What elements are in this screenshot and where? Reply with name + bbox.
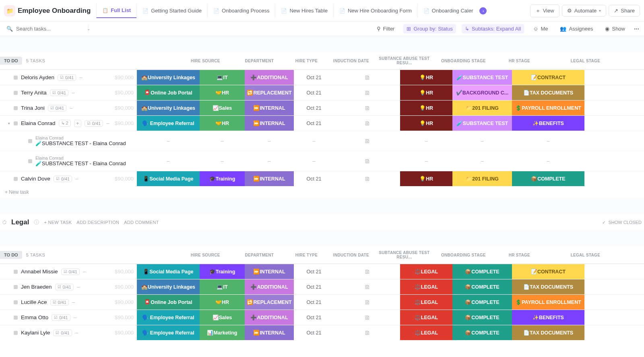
department-tag[interactable]: 📈Sales bbox=[200, 101, 245, 115]
subtasks-button[interactable]: ↳Subtasks: Expand All bbox=[462, 24, 524, 33]
assignee-placeholder[interactable]: – bbox=[106, 120, 109, 126]
document-icon[interactable]: 🗎 bbox=[364, 74, 370, 81]
onboarding-stage-tag[interactable]: ⚖️LEGAL bbox=[400, 310, 452, 325]
col-hire-source[interactable]: HIRE SOURCE bbox=[174, 56, 237, 66]
department-tag[interactable]: 💻IT bbox=[200, 70, 245, 85]
assignee-placeholder[interactable]: – bbox=[70, 105, 72, 111]
info-icon[interactable]: ⓘ bbox=[34, 219, 39, 226]
status-square-icon[interactable] bbox=[14, 331, 18, 335]
induction-date[interactable]: Oct 21 bbox=[307, 315, 322, 320]
hire-type-tag[interactable]: ➕ADDITIONAL bbox=[245, 310, 294, 325]
task-name[interactable]: Trina Joni bbox=[21, 105, 45, 111]
status-square-icon[interactable] bbox=[14, 91, 18, 95]
task-name[interactable]: Jen Braeden bbox=[21, 284, 52, 290]
hire-type-tag[interactable]: ⏩INTERNAL bbox=[245, 101, 294, 115]
group-by-button[interactable]: ⊞Group by: Status bbox=[403, 24, 456, 33]
task-row[interactable]: ▾ Elaina Conrad ↳ 2+ ☑0/41 – $90,000 🗣️ … bbox=[0, 115, 644, 131]
hire-source-tag[interactable]: 🗣️ Employee Referral bbox=[137, 325, 200, 340]
legal-stage-tag[interactable]: 💲PAYROLL ENROLLMENT bbox=[512, 101, 584, 115]
department-tag[interactable]: 🎓Training bbox=[200, 264, 245, 279]
document-icon[interactable]: 🗎 bbox=[364, 137, 370, 144]
hire-type-tag[interactable]: ➕ADDITIONAL bbox=[245, 70, 294, 85]
document-icon[interactable]: 🗎 bbox=[364, 120, 370, 127]
new-task-link[interactable]: + NEW TASK bbox=[44, 220, 72, 225]
task-row[interactable]: Trina Joni ☑0/41 – $90,000 🏫University L… bbox=[0, 100, 644, 115]
hire-type-tag[interactable]: ⏩INTERNAL bbox=[245, 325, 294, 340]
tab-onboarding-process[interactable]: 📄Onboarding Process bbox=[207, 4, 275, 18]
progress-badge[interactable]: ☑0/41 bbox=[54, 176, 72, 182]
col-hire-type[interactable]: HIRE TYPE bbox=[282, 56, 331, 66]
hr-stage-tag[interactable]: 📦COMPLETE bbox=[452, 264, 512, 279]
subtask-title[interactable]: 🧪SUBSTANCE TEST - Elaina Conrad bbox=[35, 160, 126, 166]
task-name[interactable]: Terry Anita bbox=[21, 90, 47, 96]
assignee-placeholder[interactable]: – bbox=[77, 284, 80, 290]
department-tag[interactable]: 📈Sales bbox=[200, 310, 245, 325]
progress-badge[interactable]: ☑0/41 bbox=[52, 314, 70, 321]
add-view-button[interactable]: ＋ View bbox=[530, 4, 559, 17]
task-name[interactable]: Annabel Missie bbox=[21, 269, 58, 275]
add-subtask-icon[interactable]: + bbox=[74, 120, 81, 127]
task-row[interactable]: Emma Otto ☑0/41 – $90,000 🗣️ Employee Re… bbox=[0, 310, 644, 325]
col-department[interactable]: DEPARTMENT bbox=[237, 56, 282, 66]
task-row[interactable]: Terry Anita ☑0/41 – $90,000 📮Online Job … bbox=[0, 85, 644, 100]
status-badge[interactable]: TO DO bbox=[0, 251, 22, 259]
assignee-placeholder[interactable]: – bbox=[74, 314, 76, 320]
progress-badge[interactable]: ☑0/41 bbox=[53, 330, 72, 336]
document-icon[interactable]: 🗎 bbox=[364, 329, 370, 336]
subtask-row[interactable]: Elaina Conrad 🧪SUBSTANCE TEST - Elaina C… bbox=[0, 151, 644, 171]
tab-full-list[interactable]: 📋Full List bbox=[96, 3, 136, 18]
document-icon[interactable]: 🗎 bbox=[364, 314, 370, 321]
hire-source-tag[interactable]: 📮Online Job Portal bbox=[137, 85, 200, 100]
legal-stage-tag[interactable]: 📝CONTRACT bbox=[512, 70, 584, 85]
status-square-icon[interactable] bbox=[14, 300, 18, 304]
legal-stage-tag[interactable]: 📝CONTRACT bbox=[512, 264, 584, 279]
progress-badge[interactable]: ☑0/41 bbox=[58, 74, 76, 81]
assignee-placeholder[interactable]: – bbox=[83, 269, 86, 275]
hire-type-tag[interactable]: 🔁REPLACEMENT bbox=[245, 295, 294, 310]
induction-date[interactable]: Oct 21 bbox=[307, 269, 322, 275]
hire-type-tag[interactable]: ⏩INTERNAL bbox=[245, 264, 294, 279]
legal-stage-tag[interactable]: 📦COMPLETE bbox=[512, 171, 584, 186]
task-name[interactable]: Emma Otto bbox=[21, 314, 48, 320]
hire-source-tag[interactable]: 📮Online Job Portal bbox=[137, 295, 200, 310]
hire-type-tag[interactable]: ⏩INTERNAL bbox=[245, 171, 294, 186]
subtask-count[interactable]: ↳ 2 bbox=[59, 120, 71, 127]
onboarding-stage-tag[interactable]: 💡HR bbox=[400, 70, 452, 85]
induction-date[interactable]: Oct 21 bbox=[307, 121, 322, 126]
hr-stage-tag[interactable]: 📦COMPLETE bbox=[452, 295, 512, 310]
hr-stage-tag[interactable]: 📦COMPLETE bbox=[452, 325, 512, 340]
legal-stage-tag[interactable]: 📄TAX DOCUMENTS bbox=[512, 85, 584, 100]
task-name[interactable]: Deloris Ayden bbox=[21, 74, 54, 80]
document-icon[interactable]: 🗎 bbox=[364, 158, 370, 164]
department-tag[interactable]: 🤝HR bbox=[200, 116, 245, 131]
task-name[interactable]: Elaina Conrad bbox=[21, 120, 56, 126]
col-induction-date[interactable]: INDUCTION DATE bbox=[331, 56, 371, 66]
status-square-icon[interactable] bbox=[14, 270, 18, 274]
status-square-icon[interactable] bbox=[14, 316, 18, 320]
legal-stage-tag[interactable]: ✨BENEFITS bbox=[512, 116, 584, 131]
hr-stage-tag[interactable]: ✔️BACKGROUND C... bbox=[452, 85, 512, 100]
hire-source-tag[interactable]: 🗣️ Employee Referral bbox=[137, 310, 200, 325]
task-row[interactable]: Kaylani Lyle ☑0/41 – $90,000 🗣️ Employee… bbox=[0, 325, 644, 340]
progress-badge[interactable]: ☑0/41 bbox=[50, 299, 69, 306]
induction-date[interactable]: Oct 21 bbox=[307, 90, 322, 96]
assignee-placeholder[interactable]: – bbox=[75, 176, 78, 182]
induction-date[interactable]: Oct 21 bbox=[307, 176, 322, 182]
induction-date[interactable]: Oct 21 bbox=[307, 284, 322, 290]
collapse-icon[interactable]: ▾ bbox=[8, 121, 10, 125]
status-square-icon[interactable] bbox=[14, 76, 18, 80]
onboarding-stage-tag[interactable]: ⚖️LEGAL bbox=[400, 325, 452, 340]
search-box[interactable]: 🔍 ⌄ bbox=[4, 24, 89, 33]
me-button[interactable]: ☺Me bbox=[530, 24, 551, 33]
document-icon[interactable]: 🗎 bbox=[364, 283, 370, 290]
hire-source-tag[interactable]: 🏫University Linkages bbox=[137, 279, 200, 294]
status-badge[interactable]: TO DO bbox=[0, 57, 22, 65]
onboarding-stage-tag[interactable]: 💡HR bbox=[400, 101, 452, 115]
legal-stage-tag[interactable]: ✨BENEFITS bbox=[512, 310, 584, 325]
department-tag[interactable]: 🎓Training bbox=[200, 171, 245, 186]
task-row[interactable]: Calvin Dove ☑0/41 – $90,000 📱Social Medi… bbox=[0, 171, 644, 186]
status-square-icon[interactable] bbox=[14, 285, 18, 289]
add-description-link[interactable]: ADD DESCRIPTION bbox=[76, 220, 119, 225]
hr-stage-tag[interactable]: 📁201 FILING bbox=[452, 101, 512, 115]
document-icon[interactable]: 🗎 bbox=[364, 268, 370, 275]
